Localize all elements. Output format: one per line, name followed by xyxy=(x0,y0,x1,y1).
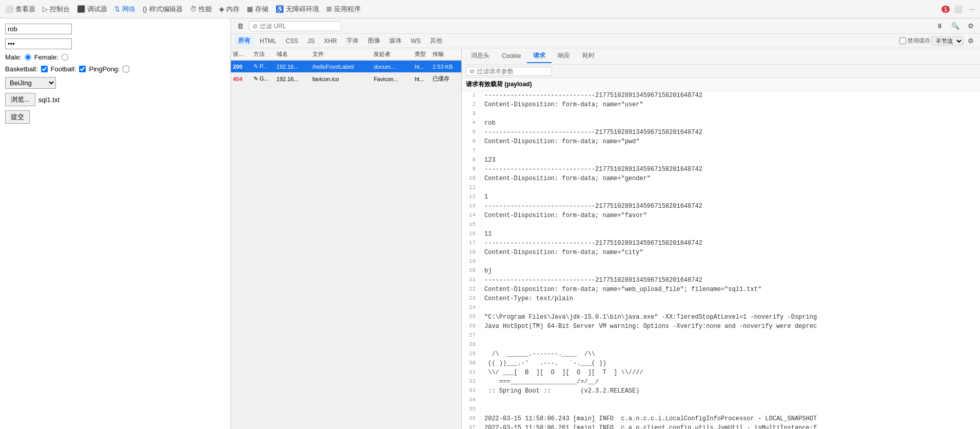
search-btn[interactable]: 🔍 xyxy=(948,20,963,32)
female-label: Female: xyxy=(34,53,58,61)
payload-content[interactable]: 1------------------------------217751028… xyxy=(462,91,980,429)
disable-cache-checkbox[interactable] xyxy=(899,37,906,44)
pause-btn[interactable]: ⏸ xyxy=(933,20,946,32)
style-editor-btn[interactable]: {} 样式编辑器 xyxy=(140,3,186,16)
payload-line: 1611 xyxy=(462,230,980,239)
file-row: 浏览... sql1.txt xyxy=(5,93,225,106)
error-count-badge: 1 xyxy=(942,6,950,13)
payload-line: 28 xyxy=(462,341,980,350)
line-content: ------------------------------2177510289… xyxy=(480,128,702,136)
payload-line: 31 \\/ ___[ B ][ O ][ O ][ T ] \\//// xyxy=(462,368,980,378)
settings-gear-btn[interactable]: ⚙ xyxy=(965,20,977,32)
payload-line: 10Content-Disposition: form-data; name="… xyxy=(462,174,980,184)
payload-line: 35 xyxy=(462,405,980,415)
line-content xyxy=(480,147,484,147)
line-content: ===__________________/=/__/ xyxy=(480,378,599,385)
application-btn[interactable]: ⊞ 应用程序 xyxy=(323,3,364,16)
line-content xyxy=(480,184,484,184)
line-content: Content-Disposition: form-data; name="pw… xyxy=(480,138,639,145)
line-content: 2022-03-15 11:58:06.261 [main] INFO c.a.… xyxy=(480,424,817,429)
network-btn[interactable]: ⇅ 网络 xyxy=(111,3,139,16)
line-content xyxy=(480,304,484,304)
storage-icon: ▦ xyxy=(247,5,253,13)
line-number: 28 xyxy=(462,341,480,347)
password-input[interactable] xyxy=(5,38,72,49)
type-tab-other[interactable]: 其他 xyxy=(426,35,446,46)
username-input[interactable] xyxy=(5,24,72,34)
disable-cache-label[interactable]: 禁用缓存 xyxy=(899,37,930,45)
console-btn[interactable]: ▷ 控制台 xyxy=(40,3,73,16)
col-header-method: 方法 xyxy=(251,50,275,58)
tab-timing[interactable]: 耗时 xyxy=(576,49,601,63)
line-number: 20 xyxy=(462,267,480,274)
inspector-btn[interactable]: ⬜ 查看器 xyxy=(2,3,38,16)
line-number: 9 xyxy=(462,165,480,172)
clear-network-btn[interactable]: 🗑 xyxy=(234,20,247,32)
payload-line: 20bj xyxy=(462,267,980,276)
network-list-header: 状... 方法 域名 文件 发起者 类型 传输 xyxy=(231,48,461,61)
accessibility-btn[interactable]: ♿ 无障碍环境 xyxy=(272,3,322,16)
payload-line: 33 :: Spring Boot :: (v2.3.2.RELEASE) xyxy=(462,387,980,396)
type-filter-bar: 所有 HTML CSS JS XHR 字体 图像 媒体 WS 其他 禁用缓存 不… xyxy=(231,34,980,48)
type-tab-all[interactable]: 所有 xyxy=(234,35,254,46)
debugger-btn[interactable]: ⬛ 调试器 xyxy=(74,3,110,16)
memory-btn[interactable]: ◈ 内存 xyxy=(216,3,243,16)
network-settings-btn[interactable]: ⚙ xyxy=(965,35,977,47)
more-btn[interactable]: ··· xyxy=(966,3,978,15)
domain-1: 192.16... xyxy=(275,64,310,70)
tab-response[interactable]: 响应 xyxy=(552,49,576,63)
line-content: Content-Disposition: form-data; name="ge… xyxy=(480,174,651,182)
line-content xyxy=(480,341,484,341)
submit-row: 提交 xyxy=(5,110,225,124)
payload-line: 21------------------------------21775102… xyxy=(462,276,980,285)
type-tab-xhr[interactable]: XHR xyxy=(320,36,341,46)
type-tab-font[interactable]: 字体 xyxy=(342,35,363,46)
file-2: favicon.ico xyxy=(310,76,372,82)
line-number: 6 xyxy=(462,138,480,144)
payload-line: 15 xyxy=(462,221,980,230)
payload-line: 362022-03-15 11:58:06.243 [main] INFO c.… xyxy=(462,415,980,424)
tab-request[interactable]: 请求 xyxy=(527,49,552,63)
pingpong-checkbox[interactable] xyxy=(123,66,129,72)
filter-params-input[interactable] xyxy=(477,68,548,75)
responsive-btn[interactable]: ⬜ xyxy=(951,3,965,15)
storage-btn[interactable]: ▦ 存储 xyxy=(244,3,271,16)
performance-btn[interactable]: ⏱ 性能 xyxy=(187,3,215,16)
type-tab-image[interactable]: 图像 xyxy=(364,35,384,46)
net-row-1[interactable]: 200 ✎ P... 192.16... /helloFrontLabel/ d… xyxy=(231,61,461,73)
payload-line: 32 ===__________________/=/__/ xyxy=(462,378,980,387)
line-number: 16 xyxy=(462,230,480,237)
line-content xyxy=(480,405,484,406)
female-radio[interactable] xyxy=(62,54,68,61)
basketball-checkbox[interactable] xyxy=(41,66,48,72)
male-radio[interactable] xyxy=(25,54,31,61)
network-request-list: 状... 方法 域名 文件 发起者 类型 传输 200 ✎ P.. xyxy=(231,48,462,429)
city-select[interactable]: BeiJing ShangHai GuangZhou xyxy=(5,77,56,89)
payload-line: 3 xyxy=(462,110,980,119)
payload-section-header: 请求有效载荷 (payload) xyxy=(462,78,980,91)
type-tab-css[interactable]: CSS xyxy=(282,36,303,46)
payload-line: 27 xyxy=(462,332,980,341)
payload-line: 11 xyxy=(462,184,980,193)
line-content: /\ ______.-------.____ /\\ xyxy=(480,350,595,358)
line-content: rob xyxy=(480,119,496,127)
accessibility-icon: ♿ xyxy=(276,5,284,13)
type-tab-media[interactable]: 媒体 xyxy=(385,35,406,46)
main-area: Male: Female: Basketball: Football: Ping… xyxy=(0,18,980,429)
throttle-select[interactable]: 不节流 xyxy=(931,36,964,46)
url-filter-input[interactable] xyxy=(260,23,331,30)
line-number: 21 xyxy=(462,276,480,283)
browse-btn[interactable]: 浏览... xyxy=(5,93,35,106)
tab-headers[interactable]: 消息头 xyxy=(465,49,496,63)
submit-btn[interactable]: 提交 xyxy=(5,110,30,124)
type-tab-js[interactable]: JS xyxy=(303,36,319,46)
type-tab-ws[interactable]: WS xyxy=(407,36,425,46)
type-tab-html[interactable]: HTML xyxy=(256,36,281,46)
line-content: (( ))___.-' .---. `-.___( )) xyxy=(480,359,606,367)
line-content: Java HotSpot(TM) 64-Bit Server VM warnin… xyxy=(480,322,817,330)
payload-line: 25"C:\Program Files\Java\jdk-15.0.1\bin\… xyxy=(462,313,980,322)
net-row-2[interactable]: 404 ✎ G... 192.16... favicon.ico Favicon… xyxy=(231,73,461,85)
tab-cookies[interactable]: Cookie xyxy=(496,50,527,63)
football-checkbox[interactable] xyxy=(79,66,86,72)
line-content: ------------------------------2177510289… xyxy=(480,276,702,284)
